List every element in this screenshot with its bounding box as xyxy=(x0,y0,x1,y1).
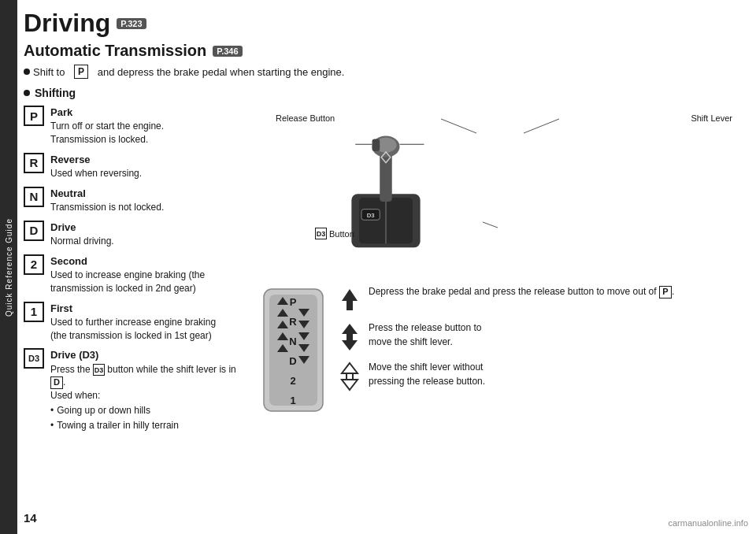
gear-desc1-r: Used when reversing. xyxy=(50,167,142,180)
sidebar-label: Quick Reference Guide xyxy=(5,218,13,317)
gear-name-d: Drive xyxy=(50,221,114,235)
label-shift-lever: Shift Lever xyxy=(691,113,732,123)
svg-text:R: R xyxy=(289,316,297,328)
gear-entry-r: R Reverse Used when reversing. xyxy=(24,153,252,180)
gear-entry-p: P Park Turn off or start the engine. Tra… xyxy=(24,106,252,146)
gear-desc1-n: Transmission is not locked. xyxy=(50,201,164,214)
gear-desc1-2: Used to increase engine braking (the xyxy=(50,269,205,282)
gear-entry-1: 1 First Used to further increase engine … xyxy=(24,302,252,343)
gear-name-p: Park xyxy=(50,106,164,120)
gear-text-d: Drive Normal driving. xyxy=(50,221,114,248)
gear-icon-p: P xyxy=(24,106,44,126)
gear-name-r: Reverse xyxy=(50,153,142,167)
instruction-text-1: Depress the brake pedal and press the re… xyxy=(369,285,674,299)
svg-text:D3: D3 xyxy=(367,213,376,220)
gear-desc1-d3: Press the D3 button while the shift leve… xyxy=(50,363,236,376)
gear-desc2-1: (the transmission is locked in 1st gear) xyxy=(50,329,216,343)
gear-entry-d3: D3 Drive (D3) Press the D3 button while … xyxy=(24,348,252,432)
shifting-subtitle: Shifting xyxy=(24,87,748,99)
svg-rect-39 xyxy=(346,373,353,380)
svg-line-13 xyxy=(524,119,559,133)
page-number: 14 xyxy=(24,511,37,525)
instruction-text-2: Press the release button tomove the shif… xyxy=(369,321,481,349)
gear-icon-1: 1 xyxy=(24,302,44,322)
gear-desc1-p: Turn off or start the engine. xyxy=(50,120,164,133)
gear-bullet-1-d3: Going up or down hills xyxy=(50,404,236,417)
shifting-dot xyxy=(24,90,30,96)
svg-text:2: 2 xyxy=(290,375,295,387)
gear-text-1: First Used to further increase engine br… xyxy=(50,302,216,343)
d-inline-box: D xyxy=(50,376,63,389)
intro-text-before: Shift to xyxy=(33,66,65,78)
gear-text-2: Second Used to increase engine braking (… xyxy=(50,254,205,295)
instructions-list: Depress the brake pedal and press the re… xyxy=(339,285,748,417)
gear-desc-gear-d3: D. xyxy=(50,376,236,389)
arrows-hollow xyxy=(339,361,361,392)
svg-line-14 xyxy=(483,222,498,228)
gear-used-when: Used when: xyxy=(50,389,236,402)
svg-text:D: D xyxy=(289,355,296,367)
main-content: Driving P.323 Automatic Transmission P.3… xyxy=(24,9,748,510)
svg-text:1: 1 xyxy=(290,395,295,406)
svg-rect-5 xyxy=(372,139,380,152)
gear-text-p: Park Turn off or start the engine. Trans… xyxy=(50,106,164,146)
title-text: Driving xyxy=(24,9,110,37)
two-col-layout: P Park Turn off or start the engine. Tra… xyxy=(24,106,748,438)
gear-icon-r: R xyxy=(24,153,44,173)
title-ref: P.323 xyxy=(117,18,146,29)
gear-icon-d3: D3 xyxy=(24,348,44,369)
arrows-both-filled xyxy=(339,321,361,353)
svg-marker-38 xyxy=(342,363,358,373)
gear-icon-d: D xyxy=(24,221,44,241)
gear-bullet-2-d3: Towing a trailer in hilly terrain xyxy=(50,419,236,432)
gear-list: P Park Turn off or start the engine. Tra… xyxy=(24,106,252,438)
svg-rect-34 xyxy=(346,301,353,310)
gear-name-1: First xyxy=(50,302,216,316)
section-ref: P.346 xyxy=(213,46,242,57)
gear-desc2-2: transmission is locked in 2nd gear) xyxy=(50,282,205,295)
svg-text:N: N xyxy=(289,336,296,347)
svg-marker-37 xyxy=(342,340,358,350)
gear-desc1-d: Normal driving. xyxy=(50,235,114,248)
section-title: Automatic Transmission P.346 xyxy=(24,42,748,60)
svg-marker-33 xyxy=(342,289,358,301)
svg-marker-35 xyxy=(342,324,358,334)
gear-icon-2: 2 xyxy=(24,254,44,275)
arrow-down-filled xyxy=(339,285,361,313)
instruction-1: Depress the brake pedal and press the re… xyxy=(339,285,748,313)
svg-rect-16 xyxy=(269,295,317,406)
shifting-label-text: Shifting xyxy=(35,87,76,99)
gear-icon-n: N xyxy=(24,187,44,207)
svg-marker-40 xyxy=(342,380,358,390)
svg-rect-36 xyxy=(346,334,353,340)
bullet-dot xyxy=(24,69,30,75)
instruction-2: Press the release button tomove the shif… xyxy=(339,321,748,353)
diagram-area: Release Button Shift Lever xyxy=(260,106,748,279)
gear-entry-n: N Neutral Transmission is not locked. xyxy=(24,187,252,214)
d3-button-icon: D3 xyxy=(315,228,327,239)
gear-entry-2: 2 Second Used to increase engine braking… xyxy=(24,254,252,295)
gear-text-r: Reverse Used when reversing. xyxy=(50,153,142,180)
sidebar: Quick Reference Guide xyxy=(0,0,17,534)
d3-inline-icon: D3 xyxy=(93,364,105,376)
watermark-text: carmanualonline.info xyxy=(668,518,748,528)
intro-text-after: and depress the brake pedal when startin… xyxy=(98,66,345,78)
intro-gear: P xyxy=(74,65,88,79)
section-title-text: Automatic Transmission xyxy=(24,42,206,60)
svg-text:P: P xyxy=(290,296,297,308)
right-column: Release Button Shift Lever xyxy=(260,106,748,438)
instruction-text-3: Move the shift lever withoutpressing the… xyxy=(369,361,485,388)
p-gear-box: P xyxy=(659,286,672,299)
instruction-3: Move the shift lever withoutpressing the… xyxy=(339,361,748,392)
gear-text-n: Neutral Transmission is not locked. xyxy=(50,187,164,214)
gear-entry-d: D Drive Normal driving. xyxy=(24,221,252,248)
gear-desc1-1: Used to further increase engine braking xyxy=(50,316,216,329)
bottom-section: P R N D 2 1 xyxy=(260,285,748,417)
page-title: Driving P.323 xyxy=(24,9,748,37)
gear-name-n: Neutral xyxy=(50,187,164,201)
intro-bullet: Shift to P and depress the brake pedal w… xyxy=(24,65,748,79)
gear-name-2: Second xyxy=(50,254,205,269)
shift-position-diagram: P R N D 2 1 xyxy=(260,285,327,417)
gear-text-d3: Drive (D3) Press the D3 button while the… xyxy=(50,348,236,432)
gear-desc2-p: Transmission is locked. xyxy=(50,133,164,146)
